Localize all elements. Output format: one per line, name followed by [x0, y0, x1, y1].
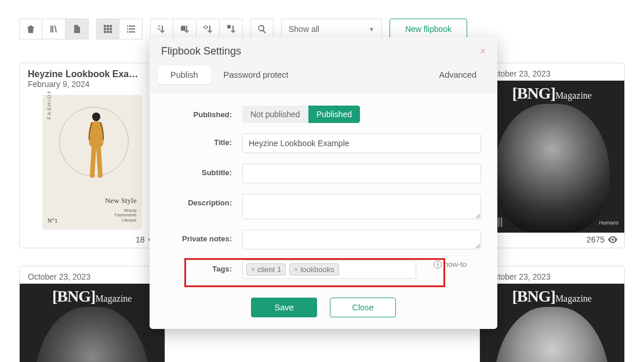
card-title: Heyzine Lookbook Exa…: [28, 69, 157, 79]
sort-size-icon[interactable]: [220, 19, 243, 39]
private-notes-input[interactable]: [242, 230, 481, 249]
search-icon[interactable]: [250, 19, 274, 39]
label-published: Published:: [166, 106, 242, 119]
card-thumbnail: [BNG]Magazine: [480, 284, 625, 362]
toolbar: Show all ▼ New flipbook: [19, 19, 625, 39]
published-toggle[interactable]: Not published Published: [242, 106, 360, 123]
label-tags: Tags:: [166, 260, 242, 273]
subtitle-input[interactable]: [242, 164, 481, 183]
tag-remove-icon[interactable]: ×: [294, 266, 298, 274]
description-input[interactable]: [242, 194, 481, 219]
tags-input[interactable]: ×client 1 ×lookbooks: [242, 260, 416, 279]
label-private-notes: Private notes:: [166, 230, 242, 243]
toggle-not-published[interactable]: Not published: [242, 106, 308, 123]
tag-chip[interactable]: ×client 1: [246, 263, 286, 276]
save-button[interactable]: Save: [251, 298, 317, 317]
label-title: Title:: [166, 133, 242, 147]
sort-date-icon[interactable]: [173, 19, 197, 39]
label-description: Description:: [166, 194, 242, 207]
card-views: 18: [136, 235, 145, 244]
toolbar-group-search: [250, 19, 274, 39]
card-date: October 23, 2023: [488, 272, 617, 281]
label-subtitle: Subtitle:: [166, 164, 242, 177]
sort-views-icon[interactable]: [197, 19, 220, 39]
toggle-published[interactable]: Published: [308, 106, 361, 123]
eye-icon: [608, 236, 617, 243]
title-input[interactable]: [242, 133, 481, 153]
new-flipbook-label: New flipbook: [405, 24, 452, 34]
flipbook-card[interactable]: October 23, 2023 [BNG]Magazine Humans 26…: [479, 63, 625, 248]
card-thumbnail: [BNG]Magazine: [20, 284, 165, 362]
toolbar-group-view: [96, 19, 143, 39]
filter-select-label: Show all: [289, 24, 319, 34]
card-date: October 23, 2023: [28, 272, 157, 281]
tab-publish[interactable]: Publish: [158, 66, 211, 84]
howto-link[interactable]: i how-to: [434, 260, 467, 269]
toolbar-group-filter: Show all ▼: [281, 19, 382, 39]
close-icon[interactable]: ×: [479, 45, 486, 57]
modal-tabs: Publish Password protect Advanced: [150, 66, 497, 92]
tag-remove-icon[interactable]: ×: [251, 266, 255, 274]
toolbar-group-sort: [150, 19, 243, 39]
card-date: October 23, 2023: [488, 69, 617, 78]
modal-title: Flipbook Settings: [161, 45, 241, 57]
flipbook-card[interactable]: Heyzine Lookbook Exa… February 9, 2024 F…: [19, 63, 165, 248]
caret-down-icon: ▼: [369, 26, 374, 32]
filter-select[interactable]: Show all ▼: [281, 19, 382, 39]
sort-alpha-icon[interactable]: [150, 19, 173, 39]
grid-large-icon[interactable]: [96, 19, 119, 39]
toolbar-group-item: [19, 19, 89, 39]
card-thumbnail: FASHION TREND New Style Beauty Fashionab…: [43, 95, 141, 229]
page-icon[interactable]: [66, 19, 89, 39]
bookshelf-icon[interactable]: [42, 19, 66, 39]
info-icon: i: [434, 260, 442, 269]
flipbook-card[interactable]: October 23, 2023 [BNG]Magazine: [479, 266, 625, 362]
tab-advanced[interactable]: Advanced: [427, 66, 490, 84]
settings-modal: Flipbook Settings × Publish Password pro…: [150, 37, 497, 329]
card-views: 2675: [587, 235, 605, 244]
trash-icon[interactable]: [19, 19, 42, 39]
close-button[interactable]: Close: [330, 298, 396, 317]
flipbook-card[interactable]: October 23, 2023 [BNG]Magazine: [19, 266, 165, 362]
card-thumbnail: [BNG]Magazine Humans: [480, 81, 625, 233]
tab-password-protect[interactable]: Password protect: [211, 66, 301, 84]
list-icon[interactable]: [119, 19, 143, 39]
card-date: February 9, 2024: [28, 79, 157, 89]
tag-chip[interactable]: ×lookbooks: [289, 263, 339, 276]
new-flipbook-button[interactable]: New flipbook: [390, 19, 467, 39]
